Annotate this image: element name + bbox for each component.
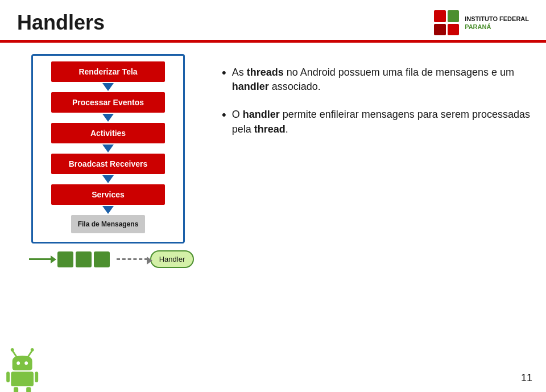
box-processar: Processar Eventos [51,92,165,113]
header: Handlers INSTITUTO FEDERAL PARANÁ [0,0,546,40]
divider-line [0,40,546,43]
svg-rect-7 [6,372,10,382]
svg-rect-6 [11,372,34,386]
message-queue-boxes [57,251,110,267]
bullet-2: • O handler permite enfileirar mensagens… [222,108,535,136]
arrow-4 [102,175,114,183]
flow-item-1: Renderizar Tela [42,61,175,82]
svg-rect-8 [35,372,38,382]
svg-rect-10 [26,387,31,392]
flow-item-fila: Fila de Mensagens [42,215,175,233]
diagram-area: Renderizar Tela Processar Eventos Activi… [11,54,205,279]
logo-area: INSTITUTO FEDERAL PARANÁ [434,10,529,35]
dashed-arrow [117,258,148,260]
flow-item-5: Services [42,184,175,205]
arrow-5 [102,206,114,214]
bullet-text-1: As threads no Android possuem uma fila d… [232,65,535,94]
bullet-text-2: O handler permite enfileirar mensagens p… [232,108,535,136]
page-title: Handlers [17,11,105,35]
svg-rect-9 [14,387,18,392]
bold-handler-2: handler [243,109,280,120]
logo-cell-2 [448,10,460,22]
svg-point-4 [16,361,20,365]
logo-cell-3 [434,24,446,36]
text-content: • As threads no Android possuem uma fila… [222,54,535,150]
page-number: 11 [521,372,532,384]
institute-name: INSTITUTO FEDERAL [465,15,529,23]
bullet-dot-1: • [222,65,226,94]
box-broadcast: Broadcast Receivers [51,154,165,174]
msg-box-2 [76,251,92,267]
logo-text: INSTITUTO FEDERAL PARANÁ [465,15,529,30]
flow-item-2: Processar Eventos [42,92,175,113]
android-robot [6,346,46,386]
msg-box-1 [57,251,73,267]
main-content: Renderizar Tela Processar Eventos Activi… [0,54,546,285]
box-services: Services [51,184,165,205]
logo-icon [434,10,459,35]
svg-point-5 [24,361,28,365]
box-activities: Activities [51,123,165,143]
flow-wrapper: Renderizar Tela Processar Eventos Activi… [31,54,185,244]
svg-point-3 [31,348,34,352]
bottom-row: Handler [22,250,195,268]
msg-box-3 [94,251,110,267]
bullet-1: • As threads no Android possuem uma fila… [222,65,535,94]
arrow-2 [102,114,114,122]
box-fila: Fila de Mensagens [71,215,146,233]
arrow-3 [102,145,114,152]
dashed-line [117,258,148,260]
flow-item-3: Activities [42,123,175,143]
flow-item-4: Broadcast Receivers [42,154,175,174]
institute-state: PARANÁ [465,23,529,30]
bold-thread: thread [254,123,286,135]
svg-point-1 [11,348,14,352]
box-renderizar: Renderizar Tela [51,61,165,82]
logo-cell-4 [448,24,460,36]
handler-box: Handler [150,250,195,268]
logo-cell-1 [434,10,446,22]
arrow-1 [102,83,114,91]
bold-threads: threads [247,67,284,78]
bold-handler-1: handler [232,81,269,92]
arrow-right-fila [29,258,52,260]
bullet-dot-2: • [222,108,226,136]
